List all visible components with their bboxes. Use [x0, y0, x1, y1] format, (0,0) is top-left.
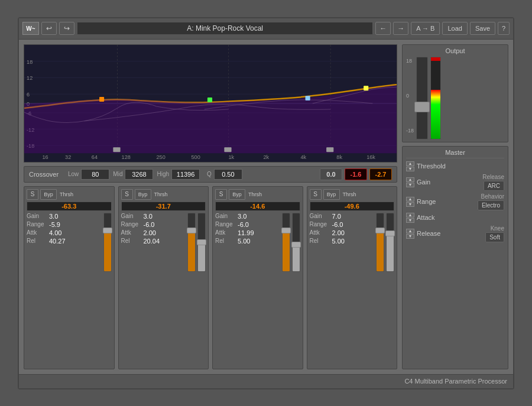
soft-button[interactable]: Soft — [485, 232, 504, 242]
q-label: Q — [207, 171, 212, 177]
gain-down[interactable]: ▼ — [406, 183, 414, 187]
band3-faders — [282, 213, 300, 366]
band1-gain-row: Gain 3.0 — [27, 213, 102, 220]
range-down[interactable]: ▼ — [406, 202, 414, 207]
band3-fader1[interactable] — [282, 213, 290, 272]
band3-fader2[interactable] — [292, 213, 300, 272]
ab-button[interactable]: A → B — [411, 22, 440, 35]
low-label: Low — [68, 171, 79, 177]
svg-text:64: 64 — [92, 154, 98, 160]
attack-label: Attack — [417, 214, 504, 221]
band4-rel-row: Rel 5.00 — [310, 238, 375, 245]
band4-byp-button[interactable]: Byp — [323, 189, 340, 200]
band3-attk-label: Attk — [215, 229, 236, 236]
meter-val-2: -2.7 — [369, 168, 392, 180]
svg-text:16k: 16k — [366, 154, 375, 160]
threshold-arrows[interactable]: ▲ ▼ — [406, 161, 414, 171]
band1-fader1[interactable] — [103, 213, 112, 272]
band3-params: Gain 3.0 Range -6.0 Attk 11.99 — [215, 213, 280, 366]
band1-attk-val: 4.00 — [49, 229, 61, 236]
svg-rect-34 — [224, 147, 231, 152]
nav-left-button[interactable]: ← — [375, 22, 391, 35]
band3-range-row: Range -6.0 — [215, 221, 280, 228]
attack-down[interactable]: ▼ — [406, 218, 414, 223]
band2-gain-row: Gain 3.0 — [121, 213, 186, 220]
threshold-down[interactable]: ▼ — [406, 167, 414, 171]
band2-fader1[interactable] — [187, 213, 196, 272]
band1-thresh-val[interactable]: -63.3 — [27, 202, 112, 211]
band1-byp-button[interactable]: Byp — [40, 189, 57, 200]
mid-section: Mid 3268 — [113, 169, 153, 180]
band1-gain-label: Gain — [27, 213, 47, 219]
nav-right-button[interactable]: → — [393, 22, 408, 35]
band1-rel-row: Rel 40.27 — [27, 238, 102, 245]
load-button[interactable]: Load — [442, 22, 467, 35]
band4-attk-row: Attk 2.00 — [310, 229, 375, 236]
q-value[interactable]: 0.50 — [214, 169, 242, 180]
band2-thresh-val[interactable]: -31.7 — [121, 202, 206, 211]
waves-logo: W~ — [22, 22, 39, 35]
threshold-label: Threshold — [417, 163, 504, 170]
redo-button[interactable]: ↪ — [59, 22, 74, 35]
band3-range-val: -6.0 — [238, 221, 249, 228]
master-gain-row: ▲ ▼ Gain Release ARC — [406, 174, 504, 191]
band2-rel-row: Rel 20.04 — [121, 238, 186, 245]
output-scale: 18 0 -18 — [406, 57, 414, 134]
release-up[interactable]: ▲ — [406, 229, 414, 233]
gain-up[interactable]: ▲ — [406, 177, 414, 182]
band3-byp-button[interactable]: Byp — [229, 189, 245, 200]
release-arrows[interactable]: ▲ ▼ — [406, 229, 414, 239]
band3-s-button[interactable]: S — [215, 189, 227, 200]
output-fader-thumb[interactable] — [414, 102, 430, 112]
band3-range-label: Range — [215, 221, 236, 228]
preset-name: A: Mink Pop-Rock Vocal — [187, 24, 263, 33]
band4-fader2[interactable] — [386, 213, 394, 272]
help-button[interactable]: ? — [498, 22, 510, 35]
band3-gain-row: Gain 3.0 — [215, 213, 280, 220]
output-fader[interactable] — [416, 57, 428, 139]
low-section: Low 80 — [68, 169, 109, 180]
band4-s-button[interactable]: S — [310, 189, 322, 200]
high-section: High 11396 — [157, 169, 200, 180]
band2-s-button[interactable]: S — [121, 189, 133, 200]
master-section: Master ▲ ▼ Threshold ▲ ▼ Gain — [402, 146, 508, 369]
band1-s-button[interactable]: S — [27, 189, 38, 200]
band4-fader1[interactable] — [376, 213, 384, 272]
band4-attk-val: 2.00 — [332, 229, 345, 236]
threshold-up[interactable]: ▲ — [406, 161, 414, 166]
band4-rel-label: Rel — [310, 238, 330, 244]
save-button[interactable]: Save — [470, 22, 495, 35]
band2-range-label: Range — [121, 221, 142, 228]
band4-thresh-val[interactable]: -49.6 — [310, 202, 395, 211]
band3-thresh-val[interactable]: -14.6 — [215, 202, 300, 211]
band1-rel-val: 40.27 — [49, 238, 66, 245]
arc-button[interactable]: ARC — [484, 181, 504, 191]
band2-range-val: -6.0 — [144, 221, 155, 228]
high-value[interactable]: 11396 — [171, 169, 200, 180]
band2-attk-label: Attk — [121, 229, 142, 236]
release-down[interactable]: ▼ — [406, 234, 414, 239]
svg-text:500: 500 — [191, 154, 200, 160]
band3-attk-val: 11.99 — [238, 229, 254, 236]
band3-body: Gain 3.0 Range -6.0 Attk 11.99 — [215, 213, 300, 366]
band2-byp-button[interactable]: Byp — [135, 189, 151, 200]
band2-fader2[interactable] — [197, 213, 206, 272]
preset-display: A: Mink Pop-Rock Vocal — [77, 22, 373, 35]
gain-arrows[interactable]: ▲ ▼ — [406, 177, 414, 187]
attack-arrows[interactable]: ▲ ▼ — [406, 213, 414, 223]
electro-button[interactable]: Electro — [478, 200, 504, 210]
mid-value[interactable]: 3268 — [125, 169, 153, 180]
undo-button[interactable]: ↩ — [41, 22, 57, 35]
plugin-title: C4 Multiband Parametric Processor — [404, 378, 507, 385]
band-panel-2: S Byp Thrsh -31.7 Gain 3.0 — [118, 186, 209, 369]
attack-up[interactable]: ▲ — [406, 213, 414, 217]
low-value[interactable]: 80 — [81, 169, 109, 180]
range-up[interactable]: ▲ — [406, 197, 414, 202]
band3-top-row: S Byp Thrsh — [215, 189, 300, 200]
high-label: High — [157, 171, 169, 177]
band2-attk-row: Attk 2.00 — [121, 229, 186, 236]
range-arrows[interactable]: ▲ ▼ — [406, 197, 414, 207]
band4-range-row: Range -6.0 — [310, 221, 375, 228]
band1-attk-row: Attk 4.00 — [27, 229, 102, 236]
meter-clip-indicator — [431, 57, 440, 61]
